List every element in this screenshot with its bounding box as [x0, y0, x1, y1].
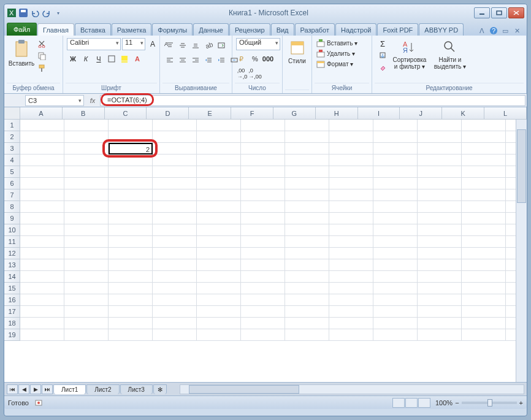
cell[interactable]	[373, 120, 418, 131]
cell[interactable]	[373, 224, 418, 236]
cell[interactable]	[241, 166, 285, 178]
cell[interactable]	[285, 143, 329, 155]
cell[interactable]	[418, 236, 462, 248]
decrease-decimal-icon[interactable]: ,0→,00	[249, 67, 261, 80]
view-pagebreak-button[interactable]	[418, 398, 430, 408]
tab-layout[interactable]: Разметка	[112, 23, 152, 36]
cell[interactable]	[285, 201, 329, 213]
cell[interactable]	[373, 189, 418, 201]
maximize-button[interactable]	[491, 7, 507, 18]
cell[interactable]	[20, 283, 64, 294]
cell[interactable]	[64, 166, 109, 178]
number-format-select[interactable]: Общий	[236, 38, 280, 50]
cell[interactable]	[197, 201, 241, 213]
cell[interactable]	[197, 131, 241, 143]
cell[interactable]	[418, 306, 462, 318]
cell[interactable]	[64, 155, 109, 166]
align-bottom-icon[interactable]	[189, 39, 202, 52]
zoom-in-button[interactable]: +	[519, 399, 523, 407]
save-icon[interactable]	[18, 8, 28, 18]
font-name-select[interactable]: Calibri	[67, 38, 121, 50]
cell[interactable]	[329, 201, 373, 213]
align-right-icon[interactable]	[189, 54, 202, 66]
cell[interactable]	[109, 224, 153, 236]
cell[interactable]	[373, 143, 418, 155]
cell[interactable]	[197, 155, 241, 166]
cell[interactable]	[153, 294, 197, 306]
minimize-button[interactable]	[474, 7, 490, 18]
tab-view[interactable]: Вид	[271, 23, 294, 36]
cell[interactable]	[462, 329, 506, 341]
tab-formulas[interactable]: Формулы	[152, 23, 193, 36]
cell[interactable]	[285, 259, 329, 271]
row-header[interactable]: 17	[4, 306, 20, 318]
row-header[interactable]: 5	[4, 166, 20, 178]
cell[interactable]	[241, 155, 285, 166]
cell[interactable]	[20, 329, 64, 341]
vscroll-thumb[interactable]	[517, 129, 526, 203]
cell[interactable]	[64, 248, 109, 259]
cell[interactable]	[153, 178, 197, 189]
autosum-icon[interactable]: Σ	[377, 38, 388, 49]
increase-indent-icon[interactable]	[215, 54, 227, 66]
cell[interactable]	[241, 259, 285, 271]
cell[interactable]	[418, 120, 462, 131]
row-header[interactable]: 11	[4, 236, 20, 248]
cell[interactable]	[109, 120, 153, 131]
cell[interactable]	[285, 248, 329, 259]
cell[interactable]	[241, 120, 285, 131]
cell[interactable]	[462, 283, 506, 294]
row-header[interactable]: 10	[4, 224, 20, 236]
find-select-button[interactable]: Найти и выделить ▾	[431, 38, 469, 71]
col-header[interactable]: A	[20, 107, 63, 119]
cell[interactable]	[109, 271, 153, 283]
row-header[interactable]: 2	[4, 131, 20, 143]
help-icon[interactable]: ?	[489, 26, 499, 36]
cell[interactable]	[285, 189, 329, 201]
hscroll-thumb[interactable]	[189, 385, 299, 394]
cell[interactable]	[462, 248, 506, 259]
cell[interactable]	[462, 213, 506, 224]
cell[interactable]	[20, 318, 64, 329]
comma-icon[interactable]: 000	[262, 53, 274, 65]
row-header[interactable]: 16	[4, 294, 20, 306]
cell[interactable]	[285, 306, 329, 318]
cell[interactable]	[109, 329, 153, 341]
cell[interactable]	[329, 329, 373, 341]
cell[interactable]	[109, 201, 153, 213]
orientation-icon[interactable]: ab	[202, 39, 215, 52]
col-header[interactable]: B	[63, 107, 105, 119]
cell[interactable]	[64, 318, 109, 329]
cell[interactable]	[329, 306, 373, 318]
cell[interactable]	[109, 213, 153, 224]
increase-decimal-icon[interactable]: ,00→,0	[236, 67, 248, 80]
cell[interactable]	[462, 155, 506, 166]
minimize-ribbon-icon[interactable]: ᐱ	[477, 26, 487, 36]
cell[interactable]	[285, 271, 329, 283]
cell[interactable]	[462, 143, 506, 155]
cell[interactable]	[20, 271, 64, 283]
tab-data[interactable]: Данные	[193, 23, 229, 36]
cell[interactable]	[418, 294, 462, 306]
cell[interactable]	[373, 259, 418, 271]
cell[interactable]	[462, 201, 506, 213]
cell[interactable]	[153, 166, 197, 178]
cell[interactable]	[373, 155, 418, 166]
cell[interactable]	[64, 120, 109, 131]
cell[interactable]	[241, 224, 285, 236]
cell[interactable]	[241, 131, 285, 143]
row-header[interactable]: 8	[4, 201, 20, 213]
row-header[interactable]: 7	[4, 189, 20, 201]
cell[interactable]	[373, 329, 418, 341]
paste-button[interactable]: Вставить	[8, 38, 35, 68]
cell[interactable]	[241, 318, 285, 329]
horizontal-scrollbar[interactable]	[180, 384, 524, 394]
cell[interactable]	[197, 318, 241, 329]
cell[interactable]	[153, 213, 197, 224]
cell[interactable]	[329, 259, 373, 271]
cell[interactable]	[462, 120, 506, 131]
cell[interactable]	[285, 178, 329, 189]
cell[interactable]	[241, 201, 285, 213]
cell[interactable]	[64, 201, 109, 213]
cell[interactable]	[241, 271, 285, 283]
